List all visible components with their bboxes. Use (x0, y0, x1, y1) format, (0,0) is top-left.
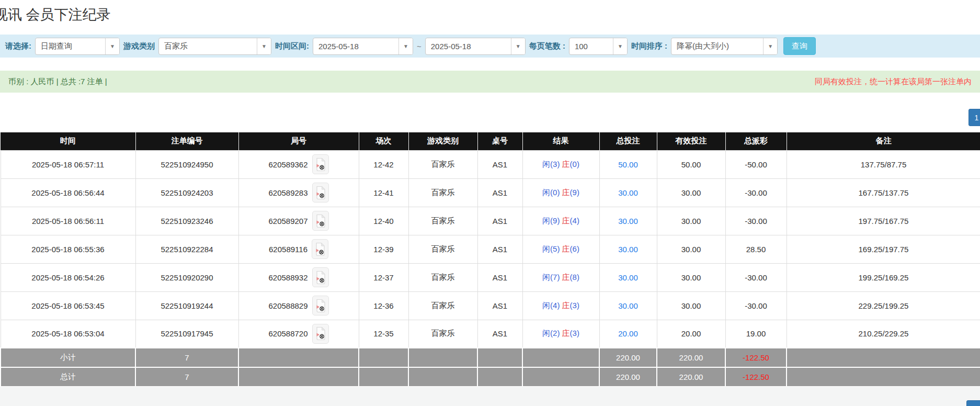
cell-remark: 229.25/199.25 (787, 291, 980, 320)
subtotal-row: 小计 7 220.00 220.00 -122.50 (1, 348, 980, 367)
table-row: 2025-05-18 06:54:26 522510920290 6205889… (1, 263, 980, 291)
cell-round-id: 620589207 (238, 207, 359, 235)
total-bet-link[interactable]: 50.00 (618, 160, 638, 169)
round-id-text: 620588829 (268, 301, 307, 310)
cell-session: 12-39 (359, 235, 408, 263)
filter-bar: 请选择: 日期查询 ▼ 游戏类别 百家乐 ▼ 时间区间: 2025-05-18 … (0, 35, 980, 58)
game-type-label: 游戏类别 (123, 41, 155, 51)
cell-game-type: 百家乐 (408, 291, 477, 320)
subtotal-empty (477, 348, 522, 367)
game-type-select[interactable]: 百家乐 ▼ (158, 38, 271, 55)
cell-game-type: 百家乐 (408, 235, 477, 263)
cell-time: 2025-05-18 06:53:45 (1, 291, 135, 320)
sort-order-select[interactable]: 降幂(由大到小) ▼ (671, 38, 778, 55)
cell-table-no: AS1 (477, 263, 522, 291)
column-header: 游戏类别 (408, 132, 477, 150)
cell-session: 12-36 (359, 291, 408, 320)
result-player: 闲(0) (542, 188, 560, 197)
result-banker-num: (8) (570, 273, 579, 281)
round-id-text: 620589362 (268, 160, 307, 169)
grand-total-empty (477, 367, 522, 387)
cell-payout: -30.00 (725, 207, 787, 235)
cell-game-type: 百家乐 (408, 150, 477, 178)
total-bet-link[interactable]: 30.00 (618, 217, 638, 225)
subtotal-valid-bet: 220.00 (657, 348, 725, 367)
grand-total-empty (238, 367, 359, 387)
date-from-value: 2025-05-18 (313, 38, 398, 54)
result-banker-num: (3) (570, 329, 579, 337)
query-button[interactable]: 查询 (783, 37, 816, 55)
cell-table-no: AS1 (477, 207, 522, 235)
select-mode-label: 请选择: (5, 41, 31, 51)
cell-session: 12-35 (359, 320, 408, 348)
video-replay-icon[interactable] (312, 324, 329, 344)
video-replay-icon[interactable] (312, 154, 329, 174)
cell-total-bet: 30.00 (599, 263, 657, 291)
cell-bet-id: 522510920290 (135, 263, 238, 291)
page-size-select[interactable]: 100 ▼ (569, 38, 628, 55)
video-replay-icon[interactable] (312, 267, 329, 287)
column-header: 有效投注 (657, 132, 725, 150)
column-header: 总投注 (599, 132, 657, 150)
result-banker: 庄 (562, 273, 570, 281)
sort-order-label: 时间排序 : (631, 41, 667, 51)
grand-total-row: 总计 7 220.00 220.00 -122.50 (1, 367, 980, 387)
cell-total-bet: 30.00 (599, 207, 657, 235)
total-bet-link[interactable]: 20.00 (618, 329, 638, 338)
cell-remark: 169.25/197.75 (787, 235, 980, 263)
chevron-down-icon[interactable]: ▼ (105, 38, 119, 54)
cell-time: 2025-05-18 06:53:04 (1, 320, 135, 348)
grand-total-label: 总计 (1, 367, 135, 387)
cell-payout: -30.00 (725, 178, 787, 207)
chevron-down-icon[interactable]: ▼ (257, 38, 271, 54)
column-header: 场次 (359, 132, 408, 150)
cell-bet-id: 522510917945 (135, 320, 238, 348)
pagination-page-1-top[interactable]: 1 (968, 109, 980, 126)
video-replay-icon[interactable] (312, 239, 328, 259)
cell-round-id: 620589116 (238, 235, 359, 263)
cell-result: 闲(0) 庄(9) (522, 178, 599, 207)
currency-summary-text: 币别 : 人民币 | 总共 :7 注单 | (8, 77, 107, 87)
cell-valid-bet: 30.00 (657, 235, 725, 263)
result-banker-num: (3) (570, 301, 579, 310)
cell-remark: 197.75/167.75 (787, 207, 980, 235)
chevron-down-icon[interactable]: ▼ (613, 38, 627, 54)
total-bet-link[interactable]: 30.00 (618, 245, 638, 254)
result-banker: 庄 (562, 301, 570, 310)
column-header: 结果 (522, 132, 599, 150)
round-id-text: 620589207 (268, 217, 307, 225)
cell-total-bet: 30.00 (599, 291, 657, 320)
pagination-page-1-bottom[interactable]: 1 (966, 400, 980, 406)
query-mode-select[interactable]: 日期查询 ▼ (35, 38, 120, 55)
chevron-down-icon[interactable]: ▼ (763, 38, 777, 54)
column-header: 时间 (1, 132, 135, 150)
chevron-down-icon[interactable]: ▼ (398, 38, 413, 54)
date-to-select[interactable]: 2025-05-18 ▼ (425, 38, 526, 55)
date-from-select[interactable]: 2025-05-18 ▼ (313, 38, 413, 55)
bottom-strip (0, 387, 980, 406)
page-size-value: 100 (569, 38, 613, 54)
video-replay-icon[interactable] (312, 211, 329, 231)
video-replay-icon[interactable] (312, 183, 329, 202)
cell-time: 2025-05-18 06:56:11 (1, 207, 135, 235)
chevron-down-icon[interactable]: ▼ (511, 38, 525, 54)
cell-total-bet: 50.00 (599, 150, 657, 178)
subtotal-total-bet: 220.00 (599, 348, 657, 367)
cell-result: 闲(4) 庄(3) (522, 291, 599, 320)
date-to-value: 2025-05-18 (426, 38, 511, 54)
total-bet-link[interactable]: 30.00 (618, 301, 638, 310)
cell-valid-bet: 30.00 (657, 207, 725, 235)
total-bet-link[interactable]: 30.00 (618, 188, 638, 197)
result-banker: 庄 (562, 329, 570, 337)
cell-valid-bet: 50.00 (657, 150, 725, 178)
result-banker: 庄 (562, 216, 570, 225)
cell-bet-id: 522510922284 (135, 235, 238, 263)
total-bet-link[interactable]: 30.00 (618, 273, 638, 282)
cell-valid-bet: 30.00 (657, 263, 725, 291)
cell-bet-id: 522510923246 (135, 207, 238, 235)
round-id-text: 620588720 (268, 329, 307, 338)
video-replay-icon[interactable] (312, 296, 329, 315)
cell-valid-bet: 20.00 (657, 320, 725, 348)
grand-total-count: 7 (135, 367, 238, 387)
query-mode-value: 日期查询 (36, 38, 105, 54)
